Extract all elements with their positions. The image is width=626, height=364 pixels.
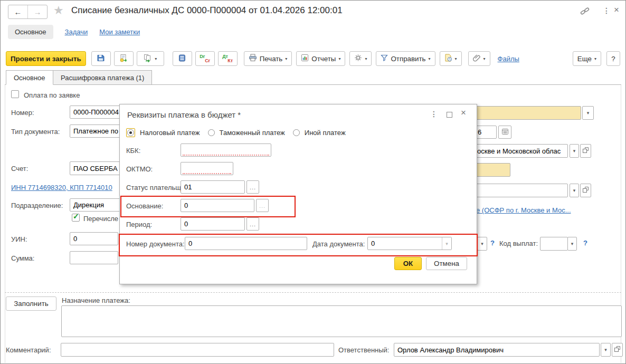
department-label: Подразделение: <box>11 202 63 209</box>
amount-field[interactable] <box>70 251 118 264</box>
responsible-dropdown-button[interactable]: ▾ <box>601 343 611 357</box>
fill-button[interactable]: Заполнить <box>6 296 56 311</box>
doc-number-label: Номер документа: <box>126 240 185 248</box>
comment-field[interactable] <box>61 343 334 357</box>
help-question-icon[interactable]: ? <box>490 239 495 247</box>
print-button[interactable]: Печать ▾ <box>244 51 292 66</box>
pay-by-request-checkbox[interactable] <box>11 90 19 98</box>
window-close-icon[interactable]: × <box>614 6 619 14</box>
reports-icon <box>301 54 309 63</box>
radio-tax-label: Налоговый платеж <box>140 129 200 137</box>
ok-button[interactable]: ОК <box>394 257 422 270</box>
payout-code-field[interactable] <box>540 237 568 251</box>
chevron-down-icon: ▾ <box>429 56 431 61</box>
payer-status-field[interactable]: 01 <box>181 180 245 194</box>
send-button[interactable]: Отправить ▾ <box>376 51 435 66</box>
operation-type-dropdown-button[interactable]: ▾ <box>582 106 594 120</box>
save-icon <box>97 54 105 64</box>
payment-kind-radio-group: Налоговый платеж Таможенный платеж Иной … <box>126 128 346 137</box>
page-title: Списание безналичных ДС 0000-П000004 от … <box>71 5 343 16</box>
chevron-down-icon: ▾ <box>455 56 457 61</box>
nav-link-tasks[interactable]: Задачи <box>65 28 88 36</box>
comment-label: Комментарий: <box>6 346 51 354</box>
required-marker <box>183 155 269 156</box>
attachments-button[interactable]: ▾ <box>468 51 490 66</box>
dialog-maximize-icon[interactable] <box>447 111 452 119</box>
dialog-menu-icon[interactable]: ⋮ <box>430 110 438 118</box>
history-nav: ← → <box>8 5 48 19</box>
dt-kt-button[interactable]: Дт Кт <box>218 51 238 66</box>
chevron-down-icon: ▾ <box>365 56 367 61</box>
tab-payment-details[interactable]: Расшифровка платежа (1) <box>53 70 152 85</box>
hidden-field-dropdown-button[interactable]: ▾ <box>477 237 487 251</box>
tab-main[interactable]: Основное <box>6 70 53 85</box>
content-frame-left <box>5 85 5 363</box>
basis-field[interactable]: 0 <box>181 199 254 212</box>
save-button[interactable] <box>91 51 111 66</box>
more-button[interactable]: Еще ▾ <box>573 51 601 66</box>
doc-type-label: Тип документа: <box>11 128 60 136</box>
app-window: ← → ★ Списание безналичных ДС 0000-П0000… <box>0 0 626 364</box>
payer-status-select-button[interactable]: ... <box>246 180 259 194</box>
settlement-account-dropdown-button[interactable]: ▾ <box>570 184 579 197</box>
purpose-textarea[interactable] <box>61 305 622 337</box>
forward-button[interactable]: → <box>27 5 47 18</box>
reports-button[interactable]: Отчеты ▾ <box>296 51 345 66</box>
window-menu-icon[interactable]: ⋮ <box>603 7 610 14</box>
settings-button[interactable]: ▾ <box>349 51 372 66</box>
radio-customs-label: Таможенный платеж <box>220 129 285 137</box>
help-question-icon[interactable]: ? <box>583 239 587 247</box>
files-link[interactable]: Файлы <box>498 55 519 63</box>
kbk-field[interactable] <box>181 143 271 157</box>
doc-number-field[interactable]: 0 <box>185 237 307 250</box>
get-link-icon[interactable] <box>580 6 590 17</box>
back-button[interactable]: ← <box>8 5 27 18</box>
post-document-button[interactable] <box>114 51 134 66</box>
budget-payment-dialog: Реквизиты платежа в бюджет * ⋮ × Налогов… <box>119 104 477 284</box>
open-in-new-icon <box>582 147 589 155</box>
inn-kpp-link[interactable]: ИНН 7714698320, КПП 7714010 <box>11 184 118 191</box>
calendar-button[interactable] <box>498 126 511 139</box>
payout-code-label: Код выплат: <box>499 240 538 247</box>
post-and-close-button[interactable]: Провести и закрыть <box>6 51 86 66</box>
radio-tax-payment[interactable] <box>126 128 135 137</box>
create-based-on-button[interactable]: ▾ <box>137 51 164 66</box>
required-marker <box>183 173 231 174</box>
create-based-on-icon <box>144 54 152 64</box>
deferred-doc-button[interactable]: ▾ <box>440 51 462 66</box>
cancel-button[interactable]: Отмена <box>426 257 467 270</box>
responsible-open-button[interactable] <box>612 343 623 357</box>
responsible-field[interactable]: Орлов Александр Владимирович <box>394 343 600 357</box>
recipient-dropdown-button[interactable]: ▾ <box>570 144 579 158</box>
pay-by-request-label: Оплата по заявке <box>24 91 80 99</box>
basis-select-button[interactable]: ... <box>256 199 269 212</box>
oktmo-field[interactable] <box>181 162 233 175</box>
period-field[interactable]: 0 <box>181 217 245 231</box>
period-select-button[interactable]: ... <box>246 217 259 231</box>
oktmo-label: ОКТМО: <box>126 165 153 173</box>
favorite-star-icon[interactable]: ★ <box>53 4 64 17</box>
nav-link-notes[interactable]: Мои заметки <box>99 28 140 36</box>
doc-date-field[interactable]: 0 <box>367 237 452 250</box>
settlement-account-open-button[interactable] <box>580 184 591 197</box>
doc-date-dropdown-button[interactable]: ▾ <box>442 237 451 250</box>
dialog-title: Реквизиты платежа в бюджет * <box>127 110 241 119</box>
chevron-down-icon: ▾ <box>285 56 287 61</box>
transferred-checkbox[interactable]: ✓ <box>72 214 80 222</box>
radio-customs-payment[interactable] <box>208 129 215 136</box>
help-button[interactable]: ? <box>606 51 620 66</box>
chevron-down-icon: ▾ <box>338 56 340 61</box>
radio-other-payment[interactable] <box>293 129 300 136</box>
chevron-down-icon: ▾ <box>155 56 157 61</box>
uin-field[interactable]: 0 <box>70 232 118 245</box>
dr-cr-button[interactable]: Dr Cr <box>195 51 215 66</box>
basis-label: Основание: <box>126 202 163 210</box>
amount-label: Сумма: <box>11 254 34 262</box>
payout-code-dropdown-button[interactable]: ▾ <box>567 237 577 251</box>
register-records-button[interactable] <box>173 51 192 66</box>
paperclip-icon <box>473 54 481 63</box>
dialog-close-icon[interactable]: × <box>461 109 466 117</box>
nav-item-main[interactable]: Основное <box>8 25 53 39</box>
recipient-open-button[interactable] <box>580 144 591 158</box>
osfr-link[interactable]: е (ОСФР по г. Москве и Мос... <box>476 206 571 214</box>
